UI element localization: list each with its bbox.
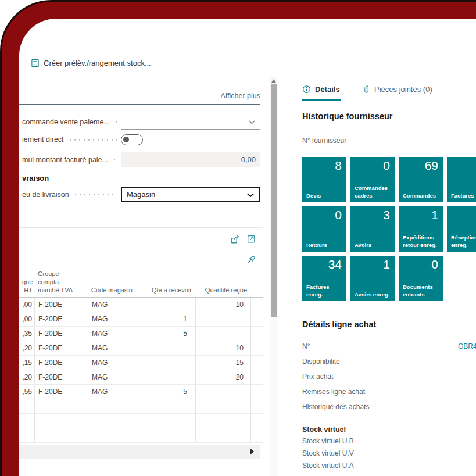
table-cell[interactable]: ,55 [19,385,35,399]
table-cell[interactable] [251,356,263,370]
location-select[interactable]: Magasin [121,187,260,202]
cue-tile-avoirs[interactable]: 3Avoirs [350,206,395,252]
cue-tile-factures[interactable]: Factures [447,157,476,202]
column-header-location-code[interactable]: Code magasin [88,286,139,297]
table-cell[interactable] [139,341,196,355]
table-cell[interactable] [196,327,251,341]
table-cell[interactable]: 5 [139,385,196,399]
table-cell[interactable] [139,428,196,442]
table-cell[interactable]: ,20 [19,341,35,355]
table-cell[interactable]: F-20DE [35,385,88,399]
table-row[interactable] [19,414,263,428]
table-cell[interactable]: ,20 [19,370,35,384]
table-row[interactable]: ,20F-20DEMAG20 [19,370,263,385]
table-cell[interactable]: 20 [196,370,251,384]
stock-virtuel-u-a-link[interactable]: Stock virtuel U.A [302,461,354,470]
table-cell[interactable] [139,356,196,370]
prix-achat-link[interactable]: Prix achat [302,373,333,381]
table-cell[interactable]: 10 [196,341,251,355]
table-cell[interactable]: MAG [88,370,139,384]
table-cell[interactable] [251,385,263,399]
cue-tile-r-ceptions-enreg[interactable]: Réceptions enreg. [447,206,476,252]
sales-order-combobox[interactable] [121,114,260,130]
cue-tile-factures-enreg[interactable]: 34Factures enreg. [302,256,346,301]
table-cell[interactable]: ,00 [19,298,35,312]
table-cell[interactable] [19,399,35,413]
table-cell[interactable]: ,00 [19,312,35,326]
table-cell[interactable] [251,428,263,442]
table-cell[interactable] [251,327,263,341]
table-row[interactable] [19,399,263,414]
scroll-up-arrow-icon[interactable] [271,79,276,83]
table-cell[interactable] [196,312,251,326]
table-cell[interactable] [139,370,196,384]
table-cell[interactable]: 15 [196,356,251,370]
pin-icon[interactable] [246,255,256,265]
table-row[interactable]: ,00F-20DEMAG1 [19,312,263,327]
create-pick-action[interactable]: Créer prélèv./rangement stock... [44,59,151,67]
table-cell[interactable]: 5 [139,327,196,341]
table-cell[interactable] [139,414,196,428]
share-icon[interactable] [230,234,241,244]
remises-ligne-achat-link[interactable]: Remises ligne achat [302,388,365,396]
column-header-qty-to-receive[interactable]: Qté à recevoir [139,286,196,297]
table-cell[interactable] [196,385,251,399]
cue-tile-commandes-cadres[interactable]: 0Commandes cadres [350,157,395,202]
table-cell[interactable] [196,414,251,428]
horizontal-scrollbar[interactable] [19,445,260,459]
table-cell[interactable] [251,399,263,413]
table-cell[interactable] [88,428,139,442]
scroll-right-arrow-icon[interactable] [250,448,254,455]
table-cell[interactable]: F-20DE [35,370,88,384]
column-header-qty-received[interactable]: Quantité reçue [196,286,251,297]
cue-tile-devis[interactable]: 8Devis [302,157,346,202]
table-row[interactable]: ,55F-20DEMAG5 [19,385,263,399]
tab-details[interactable]: Détails [302,85,340,94]
table-cell[interactable] [139,399,196,413]
cue-tile-retours[interactable]: 0Retours [302,206,346,252]
stock-virtuel-u-v-link[interactable]: Stock virtuel U.V [302,449,354,457]
column-header-amount[interactable]: gne HT [19,278,35,297]
table-cell[interactable]: 1 [139,312,196,326]
table-cell[interactable] [251,370,263,384]
table-cell[interactable]: MAG [88,298,139,312]
vertical-scrollbar[interactable] [270,76,278,476]
table-row[interactable]: ,35F-20DEMAG5 [19,327,263,341]
table-cell[interactable] [196,428,251,442]
cue-tile-avoirs-enreg[interactable]: 1Avoirs enreg. [350,256,395,301]
table-cell[interactable] [139,298,196,312]
cue-tile-commandes[interactable]: 69Commandes [399,157,443,202]
table-cell[interactable]: F-20DE [35,356,88,370]
table-cell[interactable] [88,414,139,428]
historique-des-achats-link[interactable]: Historique des achats [302,403,369,411]
table-cell[interactable]: MAG [88,356,139,370]
table-cell[interactable] [19,414,35,428]
stock-virtuel-u-b-link[interactable]: Stock virtuel U.B [302,437,354,445]
table-cell[interactable]: F-20DE [35,327,88,341]
table-row[interactable]: ,15F-20DEMAG15 [19,356,263,370]
scrollbar-thumb[interactable] [271,84,277,317]
table-cell[interactable] [251,341,263,355]
table-cell[interactable]: ,35 [19,327,35,341]
table-cell[interactable]: F-20DE [35,298,88,312]
cue-tile-exp-ditions-retour-enreg[interactable]: 1Expéditions retour enreg. [399,206,443,252]
table-cell[interactable]: F-20DE [35,312,88,326]
column-header-vat-group[interactable]: Groupe compta. marché TVA [35,270,88,297]
table-cell[interactable] [88,399,139,413]
table-row[interactable]: ,00F-20DEMAG10 [19,298,263,312]
table-cell[interactable] [251,414,263,428]
show-more-link[interactable]: Afficher plus [19,92,260,100]
table-cell[interactable]: MAG [88,312,139,326]
cue-tile-documents-entrants[interactable]: 0Documents entrants [399,256,443,301]
table-cell[interactable]: ,15 [19,356,35,370]
disponibilit-link[interactable]: Disponibilité [302,357,340,366]
table-cell[interactable] [35,428,88,442]
table-row[interactable] [19,428,263,443]
table-cell[interactable]: 10 [196,298,251,312]
table-cell[interactable]: MAG [88,341,139,355]
table-cell[interactable] [251,312,263,326]
table-cell[interactable] [35,399,88,413]
table-cell[interactable] [35,414,88,428]
direct-payment-toggle[interactable] [121,134,143,145]
open-in-new-window-icon[interactable] [246,234,256,244]
